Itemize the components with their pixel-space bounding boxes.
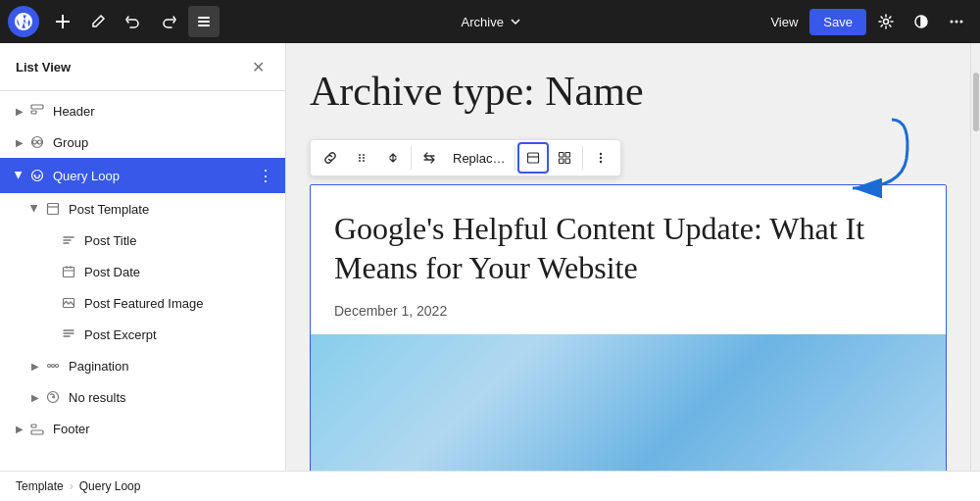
chevron-pagination: ▶ <box>27 358 43 374</box>
sidebar-item-pagination[interactable]: ▶ Pagination <box>0 350 285 381</box>
grid-view-button[interactable] <box>549 142 580 174</box>
sidebar-item-post-featured-image[interactable]: Post Featured Image <box>0 287 285 319</box>
add-block-button[interactable] <box>47 6 78 37</box>
svg-point-29 <box>359 157 361 159</box>
post-template-label: Post Template <box>69 202 277 217</box>
grid-layout-icon <box>558 151 571 165</box>
settings-button[interactable] <box>870 6 902 37</box>
svg-point-27 <box>359 154 361 156</box>
page-title: Archive type: Name <box>310 67 947 116</box>
post-featured-image-icon <box>59 293 78 313</box>
post-title-text: Google's Helpful Content Update: What It… <box>334 209 922 287</box>
sidebar-title: List View <box>16 60 71 75</box>
svg-rect-16 <box>48 204 59 215</box>
header-label: Header <box>53 104 277 119</box>
sidebar-item-post-excerpt[interactable]: Post Excerpt <box>0 319 285 350</box>
breadcrumb: Template › Query Loop <box>0 471 980 501</box>
view-button[interactable]: View <box>762 11 806 33</box>
right-scrollbar[interactable] <box>970 43 980 471</box>
svg-point-32 <box>363 160 365 162</box>
contrast-icon <box>913 14 929 29</box>
redo-icon <box>161 14 176 29</box>
post-date-label: Post Date <box>84 265 277 279</box>
svg-point-12 <box>38 140 42 144</box>
toolbar-right: View Save <box>762 6 972 37</box>
save-button[interactable]: Save <box>809 9 866 35</box>
chevron-down-icon <box>510 16 521 27</box>
sidebar-item-post-template[interactable]: ▶ Post Template <box>0 193 285 225</box>
transform-icon <box>422 151 436 165</box>
drag-icon <box>355 151 368 165</box>
wp-logo-icon <box>14 12 33 31</box>
svg-point-23 <box>52 396 54 398</box>
svg-rect-37 <box>565 159 570 164</box>
svg-rect-9 <box>31 111 36 114</box>
svg-rect-0 <box>198 17 210 19</box>
query-loop-icon <box>27 166 47 185</box>
more-icon <box>949 14 964 29</box>
pagination-icon <box>43 356 63 376</box>
styles-button[interactable] <box>906 6 937 37</box>
svg-point-11 <box>33 140 37 144</box>
transform-button[interactable] <box>414 142 445 174</box>
main-area: List View ✕ ▶ Header ▶ Group <box>0 43 980 471</box>
move-up-button[interactable] <box>377 142 409 174</box>
wp-logo[interactable] <box>8 6 39 37</box>
redo-button[interactable] <box>153 6 184 37</box>
svg-point-21 <box>56 365 59 368</box>
drag-button[interactable] <box>346 142 377 174</box>
list-view-button[interactable] <box>517 142 549 174</box>
svg-rect-33 <box>528 153 539 163</box>
sidebar-item-post-title[interactable]: Post Title <box>0 225 285 256</box>
pagination-label: Pagination <box>69 359 277 374</box>
link-button[interactable] <box>315 142 346 174</box>
tools-button[interactable] <box>82 6 114 37</box>
post-featured-image <box>311 334 946 471</box>
svg-point-3 <box>884 20 889 25</box>
query-loop-more-button[interactable]: ⋮ <box>254 164 277 187</box>
svg-rect-25 <box>31 425 36 427</box>
list-view-toggle[interactable] <box>188 6 220 37</box>
more-options-button[interactable] <box>941 6 972 37</box>
undo-icon <box>125 14 141 29</box>
link-icon <box>323 151 337 165</box>
plus-icon <box>55 14 71 29</box>
svg-point-28 <box>363 154 365 156</box>
post-block: Google's Helpful Content Update: What It… <box>310 184 947 471</box>
svg-point-30 <box>363 157 365 159</box>
svg-point-15 <box>39 175 41 176</box>
chevron-footer: ▶ <box>12 421 27 436</box>
no-results-icon <box>43 387 63 407</box>
archive-label: Archive <box>462 15 504 29</box>
chevron-no-results: ▶ <box>27 389 43 405</box>
breadcrumb-template[interactable]: Template <box>16 479 64 493</box>
archive-selector[interactable]: Archive <box>454 11 529 33</box>
svg-rect-34 <box>560 153 564 158</box>
sidebar-item-footer[interactable]: ▶ Footer <box>0 413 285 444</box>
close-sidebar-button[interactable]: ✕ <box>246 55 270 78</box>
footer-icon <box>27 419 47 438</box>
replace-button[interactable]: Replac… <box>445 142 513 174</box>
breadcrumb-query-loop[interactable]: Query Loop <box>79 479 141 493</box>
svg-rect-1 <box>198 21 210 23</box>
svg-rect-17 <box>64 268 74 277</box>
sidebar-item-post-date[interactable]: Post Date <box>0 256 285 287</box>
arrows-updown-icon <box>386 151 400 165</box>
svg-point-20 <box>52 365 55 368</box>
svg-point-39 <box>600 157 602 159</box>
svg-point-7 <box>960 21 963 24</box>
sidebar-item-query-loop[interactable]: ▶ Query Loop ⋮ <box>0 158 285 193</box>
sidebar-item-header[interactable]: ▶ Header <box>0 95 285 126</box>
block-toolbar: Replac… <box>310 139 621 176</box>
content-area: Archive type: Name <box>286 43 970 471</box>
sidebar-item-no-results[interactable]: ▶ No results <box>0 381 285 413</box>
post-date-icon <box>59 262 78 281</box>
sidebar-item-group[interactable]: ▶ Group <box>0 126 285 158</box>
more-block-options-button[interactable] <box>585 142 616 174</box>
svg-rect-2 <box>198 25 210 26</box>
toolbar-center: Archive <box>223 11 759 33</box>
svg-point-13 <box>32 171 43 181</box>
vertical-dots-icon <box>594 151 608 165</box>
undo-button[interactable] <box>118 6 149 37</box>
post-featured-image-label: Post Featured Image <box>84 296 277 311</box>
